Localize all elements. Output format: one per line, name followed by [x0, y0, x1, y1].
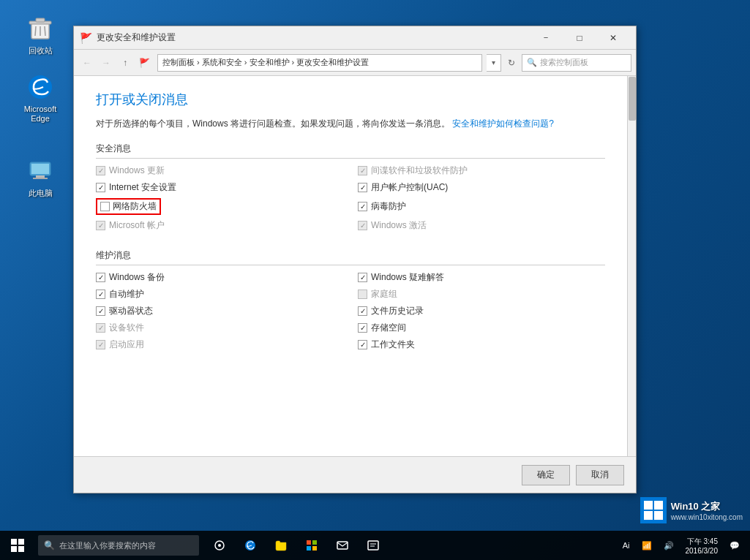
svg-rect-15	[11, 539, 17, 545]
checkbox-startup-apps-box: ✓	[96, 340, 105, 349]
svg-rect-14	[654, 511, 663, 520]
checkbox-work-folder-label: 工作文件夹	[371, 338, 415, 351]
security-checkbox-grid: ✓ Windows 更新 ✓ 间谍软件和垃圾软件防护 ✓ Internet 安全…	[96, 164, 605, 232]
checkbox-device-software[interactable]: ✓ 设备软件	[96, 322, 343, 334]
checkbox-startup-apps[interactable]: ✓ 启动应用	[96, 338, 343, 351]
checkbox-uac[interactable]: ✓ 用户帐户控制(UAC)	[358, 181, 605, 194]
maximize-button[interactable]: □	[563, 26, 596, 50]
edge-label: MicrosoftEdge	[24, 105, 57, 124]
checkbox-storage-space-label: 存储空间	[371, 322, 406, 334]
taskbar-explorer-button[interactable]	[266, 531, 296, 560]
minimize-button[interactable]: －	[529, 26, 563, 50]
search-icon: 🔍	[527, 58, 537, 67]
checkbox-driver-status[interactable]: ✓ 驱动器状态	[96, 305, 343, 317]
help-link[interactable]: 安全和维护如何检查问题?	[452, 118, 554, 129]
svg-rect-13	[644, 511, 653, 520]
desktop-icon-recycle-bin[interactable]: 回收站	[15, 11, 66, 58]
checkbox-windows-backup[interactable]: ✓ Windows 备份	[96, 271, 343, 284]
checkbox-windows-troubleshoot-label: Windows 疑难解答	[371, 271, 444, 284]
svg-rect-22	[307, 540, 311, 545]
search-placeholder: 搜索控制面板	[540, 57, 588, 68]
taskbar-volume-icon[interactable]: 🔊	[659, 541, 678, 550]
svg-line-3	[35, 26, 36, 36]
checkbox-driver-status-label: 驱动器状态	[109, 305, 153, 317]
checkbox-device-software-box: ✓	[96, 323, 105, 333]
taskbar-search-icon: 🔍	[44, 540, 55, 550]
back-button[interactable]: ←	[78, 54, 96, 72]
maintenance-section-header: 维护消息	[96, 249, 605, 265]
checkbox-auto-maintenance-label: 自动维护	[109, 288, 144, 300]
checkbox-windows-troubleshoot-box: ✓	[358, 273, 367, 282]
task-view-button[interactable]	[205, 531, 234, 560]
security-section-header: 安全消息	[96, 143, 605, 159]
close-button[interactable]: ✕	[596, 26, 630, 50]
taskbar-mail-button[interactable]	[328, 531, 357, 560]
taskbar-notification[interactable]: 💬	[725, 541, 744, 550]
checkbox-file-history[interactable]: ✓ 文件历史记录	[358, 305, 605, 317]
checkbox-network-firewall[interactable]: 网络防火墙	[96, 198, 343, 215]
taskbar-network-icon[interactable]: 📶	[637, 541, 656, 550]
checkbox-virus[interactable]: ✓ 病毒防护	[358, 198, 605, 215]
checkbox-auto-maintenance[interactable]: ✓ 自动维护	[96, 288, 343, 300]
checkbox-work-folder-box: ✓	[358, 340, 367, 349]
up-button[interactable]: ↑	[116, 54, 134, 72]
checkbox-homegroup-box	[358, 290, 367, 299]
svg-rect-25	[312, 546, 317, 550]
taskbar-other-button[interactable]	[359, 531, 388, 560]
window-controls: － □ ✕	[529, 26, 630, 50]
checkbox-windows-activation[interactable]: ✓ Windows 激活	[358, 219, 605, 232]
checkbox-device-software-label: 设备软件	[109, 322, 144, 334]
checkbox-spyware-box: ✓	[358, 166, 367, 175]
edge-icon	[26, 72, 55, 102]
taskbar-search[interactable]: 🔍 在这里输入你要搜索的内容	[38, 535, 199, 556]
checkbox-work-folder[interactable]: ✓ 工作文件夹	[358, 338, 605, 351]
checkbox-network-firewall-box	[100, 202, 110, 211]
ok-button[interactable]: 确定	[522, 465, 570, 485]
desktop-icon-this-pc[interactable]: 此电脑	[15, 154, 66, 201]
watermark-logo	[640, 497, 667, 523]
taskbar-ai-label[interactable]: Ai	[618, 541, 634, 550]
checkbox-driver-status-box: ✓	[96, 306, 105, 316]
watermark-brand: Win10 之家	[671, 500, 743, 513]
window-footer: 确定 取消	[74, 456, 636, 493]
scrollbar[interactable]	[627, 76, 636, 456]
checkbox-windows-troubleshoot[interactable]: ✓ Windows 疑难解答	[358, 271, 605, 284]
checkbox-homegroup[interactable]: 家庭组	[358, 288, 605, 300]
watermark-text-group: Win10 之家 www.win10xitong.com	[671, 500, 743, 521]
checkbox-internet-security[interactable]: ✓ Internet 安全设置	[96, 181, 343, 194]
svg-rect-11	[644, 501, 653, 510]
desktop-icon-edge[interactable]: MicrosoftEdge	[15, 69, 66, 126]
this-pc-icon	[26, 156, 55, 186]
taskbar: 🔍 在这里输入你要搜索的内容	[0, 531, 750, 560]
checkbox-storage-space[interactable]: ✓ 存储空间	[358, 322, 605, 334]
taskbar-date: 2016/3/20	[686, 547, 719, 555]
taskbar-store-button[interactable]	[297, 531, 326, 560]
start-button[interactable]	[0, 531, 35, 560]
svg-rect-24	[307, 546, 311, 550]
recycle-bin-icon	[26, 14, 55, 43]
search-box[interactable]: 🔍 搜索控制面板	[522, 54, 631, 72]
scrollbar-thumb[interactable]	[629, 77, 636, 121]
checkbox-windows-update[interactable]: ✓ Windows 更新	[96, 164, 343, 177]
window-title: 更改安全和维护设置	[97, 31, 529, 44]
forward-button[interactable]: →	[97, 54, 115, 72]
svg-rect-16	[18, 539, 24, 545]
cancel-button[interactable]: 取消	[576, 465, 624, 485]
titlebar: 🚩 更改安全和维护设置 － □ ✕	[74, 26, 636, 50]
checkbox-spyware[interactable]: ✓ 间谍软件和垃圾软件防护	[358, 164, 605, 177]
address-dropdown[interactable]: ▾	[487, 54, 501, 72]
checkbox-microsoft-account-box: ✓	[96, 221, 105, 230]
taskbar-right: Ai 📶 🔊 下午 3:45 2016/3/20 💬	[618, 537, 750, 555]
address-bar: ← → ↑ 🚩 控制面板 › 系统和安全 › 安全和维护 › 更改安全和维护设置…	[74, 50, 636, 76]
checkbox-file-history-box: ✓	[358, 306, 367, 316]
this-pc-label: 此电脑	[29, 189, 53, 198]
checkbox-virus-box: ✓	[358, 202, 367, 211]
checkbox-windows-activation-box: ✓	[358, 221, 367, 230]
checkbox-microsoft-account[interactable]: ✓ Microsoft 帐户	[96, 219, 343, 232]
taskbar-clock[interactable]: 下午 3:45 2016/3/20	[681, 537, 723, 555]
taskbar-edge-button[interactable]	[236, 531, 265, 560]
checkbox-spyware-label: 间谍软件和垃圾软件防护	[371, 164, 468, 177]
desktop: 回收站 MicrosoftEdge 此电脑 🚩 更改安全和维护设置	[0, 0, 750, 560]
refresh-button[interactable]: ↻	[503, 54, 520, 72]
address-path[interactable]: 控制面板 › 系统和安全 › 安全和维护 › 更改安全和维护设置	[157, 54, 482, 72]
